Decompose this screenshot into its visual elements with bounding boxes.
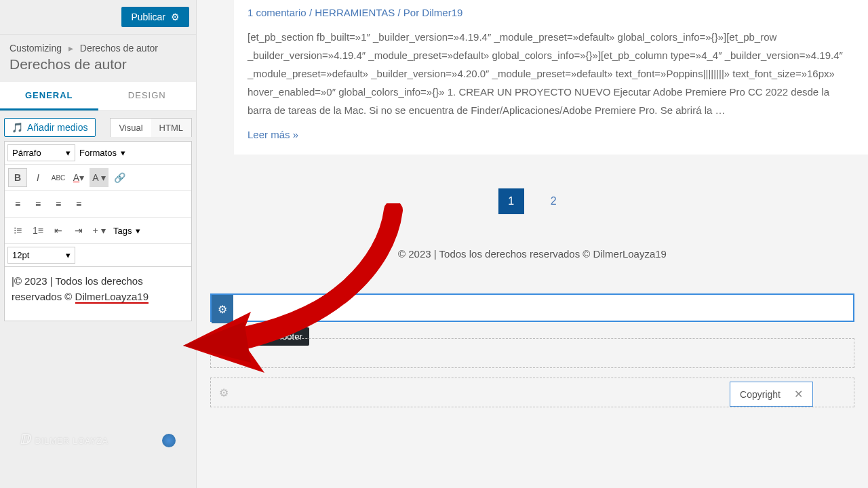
chevron-right-icon: ▸	[68, 43, 73, 54]
text-color-button[interactable]: A ▾	[69, 168, 88, 187]
comments-link[interactable]: 1 comentario	[248, 7, 307, 18]
post-card: 1 comentario / HERRAMIENTAS / Por Dilmer…	[234, 0, 868, 155]
breadcrumb-leaf: Derechos de autor	[80, 43, 158, 54]
align-right-button[interactable]: ≡	[49, 195, 68, 214]
number-list-button[interactable]: 1≡	[28, 221, 47, 240]
publish-button[interactable]: Publicar ⚙	[121, 7, 189, 27]
post-meta: 1 comentario / HERRAMIENTAS / Por Dilmer…	[248, 0, 854, 18]
watermark-logo: ⅅ DILMER LOAYZA	[20, 431, 108, 447]
highlight-button[interactable]: A ▾	[90, 168, 108, 187]
page-1[interactable]: 1	[498, 188, 524, 214]
tab-visual[interactable]: Visual	[111, 119, 151, 137]
insert-button[interactable]: + ▾	[90, 221, 108, 240]
editor-panel: 🎵 Añadir medios Visual HTML Párrafo ▾ Fo…	[0, 111, 196, 328]
page-title: Derechos de autor	[0, 56, 196, 82]
publish-bar: Publicar ⚙	[0, 0, 196, 35]
breadcrumb-root[interactable]: Customizing	[9, 43, 62, 54]
color-wheel-icon[interactable]	[162, 434, 176, 447]
bold-button[interactable]: B	[8, 168, 27, 187]
panel-tabs: GENERAL DESIGN	[0, 82, 196, 111]
align-center-button[interactable]: ≡	[28, 195, 47, 214]
add-media-button[interactable]: 🎵 Añadir medios	[4, 118, 96, 137]
formats-select[interactable]: Formatos ▾	[75, 145, 130, 161]
chevron-down-icon: ▾	[66, 250, 71, 260]
outdent-button[interactable]: ⇤	[49, 221, 68, 240]
tab-html[interactable]: HTML	[151, 119, 191, 137]
widget-placeholder-1[interactable]: ⚙	[210, 338, 854, 368]
bullet-list-button[interactable]: ⁝≡	[8, 221, 27, 240]
footer-widget-slot[interactable]: ⚙	[210, 293, 854, 322]
publish-label: Publicar	[131, 12, 165, 22]
read-more: Leer más »	[248, 129, 854, 141]
copyright-badge[interactable]: Copyright ✕	[730, 382, 813, 407]
pagination: 1 2	[197, 188, 868, 214]
gear-icon[interactable]: ⚙	[219, 347, 229, 360]
widget-placeholder-2[interactable]: ⚙ Copyright ✕	[210, 378, 854, 407]
strikethrough-button[interactable]: ABC	[49, 168, 68, 187]
post-excerpt: [et_pb_section fb_built=»1″ _builder_ver…	[248, 28, 854, 119]
chevron-down-icon: ▾	[66, 148, 71, 158]
customizer-sidebar: Publicar ⚙ Customizing ▸ Derechos de aut…	[0, 0, 197, 488]
tab-general[interactable]: GENERAL	[0, 82, 98, 110]
editor-content[interactable]: |© 2023 | Todos los derechos reservados …	[4, 267, 192, 321]
add-media-label: Añadir medios	[27, 122, 88, 133]
paragraph-select[interactable]: Párrafo ▾	[7, 144, 75, 161]
justify-button[interactable]: ≡	[69, 195, 88, 214]
italic-button[interactable]: I	[28, 168, 47, 187]
chevron-down-icon: ▾	[136, 226, 140, 236]
page-2[interactable]: 2	[540, 188, 566, 214]
read-more-link[interactable]: Leer más »	[248, 129, 298, 140]
widget-area: ⚙ Above footer ⚙ ⚙ Copyright ✕	[210, 293, 854, 407]
editor-mode-tabs: Visual HTML	[110, 118, 192, 137]
breadcrumb: Customizing ▸ Derechos de autor	[0, 35, 196, 56]
tags-select[interactable]: Tags ▾	[109, 223, 144, 239]
chevron-down-icon: ▾	[121, 148, 125, 158]
media-icon: 🎵	[12, 122, 23, 133]
tab-design[interactable]: DESIGN	[98, 82, 197, 110]
gear-icon: ⚙	[171, 12, 180, 22]
fontsize-select[interactable]: 12pt ▾	[7, 247, 75, 264]
gear-icon[interactable]: ⚙	[219, 386, 229, 399]
close-icon[interactable]: ✕	[794, 388, 803, 401]
category-link[interactable]: HERRAMIENTAS	[315, 7, 395, 18]
gear-icon[interactable]: ⚙	[212, 295, 233, 323]
footer-copyright: © 2023 | Todos los derechos reservados ©…	[197, 248, 868, 260]
indent-button[interactable]: ⇥	[69, 221, 88, 240]
media-row: 🎵 Añadir medios Visual HTML	[4, 118, 192, 137]
align-left-button[interactable]: ≡	[8, 195, 27, 214]
author-link[interactable]: Dilmer19	[422, 7, 462, 18]
link-button[interactable]: 🔗	[110, 168, 129, 187]
site-preview: 1 comentario / HERRAMIENTAS / Por Dilmer…	[197, 0, 868, 488]
editor-toolbar: Párrafo ▾ Formatos ▾ B I ABC A ▾ A ▾ 🔗 ≡…	[4, 141, 192, 267]
